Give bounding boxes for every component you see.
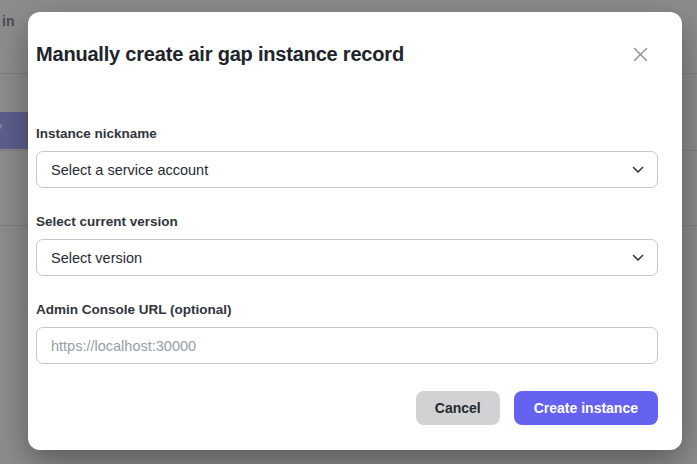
modal-header: Manually create air gap instance record bbox=[36, 41, 658, 68]
service-account-select-value: Select a service account bbox=[51, 162, 208, 178]
service-account-select[interactable]: Select a service account bbox=[36, 151, 658, 188]
field-current-version: Select current version Select version bbox=[36, 215, 658, 276]
close-icon bbox=[633, 47, 648, 62]
close-button[interactable] bbox=[629, 43, 652, 66]
admin-console-url-input[interactable] bbox=[36, 327, 658, 364]
modal-form: Instance nickname Select a service accou… bbox=[36, 127, 658, 364]
field-admin-console-url: Admin Console URL (optional) bbox=[36, 303, 658, 364]
modal-title: Manually create air gap instance record bbox=[36, 41, 404, 68]
create-instance-button[interactable]: Create instance bbox=[514, 391, 658, 425]
version-select-value: Select version bbox=[51, 250, 142, 266]
instance-nickname-label: Instance nickname bbox=[36, 127, 658, 141]
current-version-label: Select current version bbox=[36, 215, 658, 229]
version-select[interactable]: Select version bbox=[36, 239, 658, 276]
modal-footer: Cancel Create instance bbox=[36, 391, 658, 425]
field-instance-nickname: Instance nickname Select a service accou… bbox=[36, 127, 658, 188]
admin-console-url-label: Admin Console URL (optional) bbox=[36, 303, 658, 317]
chevron-down-icon bbox=[632, 254, 644, 262]
cancel-button[interactable]: Cancel bbox=[416, 391, 500, 425]
chevron-down-icon bbox=[632, 166, 644, 174]
create-air-gap-instance-modal: Manually create air gap instance record … bbox=[28, 12, 682, 450]
